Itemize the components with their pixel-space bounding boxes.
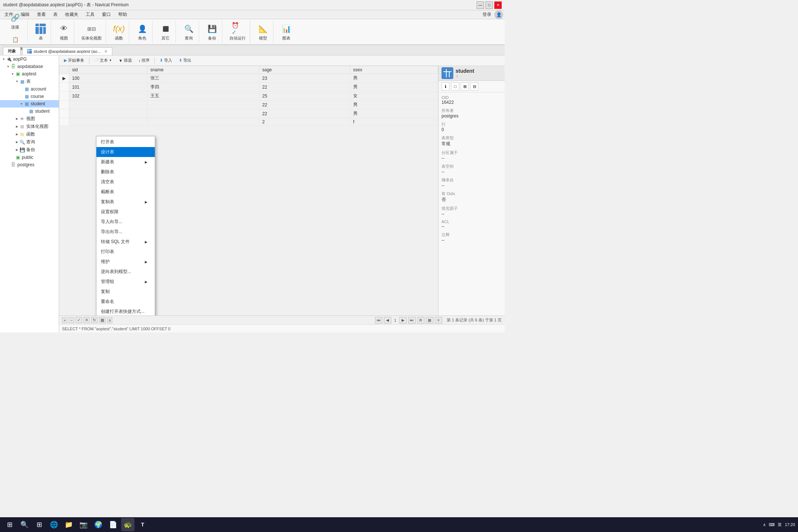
menu-tools[interactable]: 工具	[83, 11, 98, 18]
sidebar-item-views[interactable]: ▶ 👁 视图	[0, 115, 59, 123]
grid-type-btn1[interactable]: ▦	[426, 317, 433, 324]
sidebar-item-tables-folder[interactable]: ▼ ▦ 表	[0, 78, 59, 85]
refresh-btn[interactable]: ↻	[91, 317, 98, 323]
ctx-design-table[interactable]: 设计表	[96, 147, 155, 157]
role-btn[interactable]: 👤 角色	[134, 22, 150, 42]
ctx-reverse-model[interactable]: 逆向表到模型...	[96, 267, 155, 277]
connect-btn[interactable]: 🔗 连接	[7, 11, 23, 31]
cell-sname-1[interactable]: 张三	[147, 74, 259, 83]
info-icon-btn[interactable]: ℹ	[441, 82, 450, 91]
sort-btn[interactable]: ↕ 排序	[136, 57, 153, 64]
table-row[interactable]: 101 李四 22 男	[59, 83, 438, 92]
cell-sname-2[interactable]: 李四	[147, 83, 259, 92]
ctx-create-shortcut[interactable]: 创建打开表快捷方式...	[96, 307, 155, 316]
cell-sid-3[interactable]: 102	[69, 92, 147, 100]
sidebar-item-postgres[interactable]: ▶ 🗄 postgres	[0, 161, 59, 168]
ctx-manage-group[interactable]: 管理组 ▶	[96, 277, 155, 287]
table-row[interactable]: 102 王五 25 女	[59, 92, 438, 100]
delete-row-btn[interactable]: −	[69, 317, 74, 323]
tab-query[interactable]: student @aopdatabase.aoptest (ao... ✕	[22, 47, 112, 55]
user-avatar[interactable]: 👤	[494, 10, 503, 19]
filter-btn[interactable]: ▼ 筛选	[116, 57, 134, 64]
form-view-btn[interactable]: ≡	[107, 317, 112, 323]
table-row[interactable]: 2 f	[59, 118, 438, 126]
col-sage[interactable]: sage	[259, 66, 350, 74]
table-row[interactable]: ▶ 100 张三 23 男	[59, 74, 438, 83]
func-btn[interactable]: f(x) 函数	[111, 22, 127, 42]
first-record-btn[interactable]: ⏮	[375, 317, 382, 324]
sidebar-item-account[interactable]: ▶ ▦ account	[0, 85, 59, 93]
cell-ssex-3[interactable]: 女	[350, 92, 438, 100]
split-h-icon-btn[interactable]: ⊞	[461, 82, 469, 91]
login-btn[interactable]: 登录	[482, 11, 491, 18]
ctx-truncate-table[interactable]: 截断表	[96, 187, 155, 197]
col-sname[interactable]: sname	[147, 66, 259, 74]
ctx-delete-table[interactable]: 删除表	[96, 167, 155, 177]
sidebar-item-student-sub[interactable]: ▶ ▦ student	[0, 108, 59, 115]
menu-view[interactable]: 查看	[34, 11, 49, 18]
cell-sid-6[interactable]	[69, 118, 147, 126]
sidebar-item-aopdatabase[interactable]: ▼ 🗄 aopdatabase	[0, 63, 59, 70]
cell-sid-2[interactable]: 101	[69, 83, 147, 92]
sidebar-item-matviews[interactable]: ▶ ⊞ 实体化视图	[0, 123, 59, 130]
ctx-dump-sql[interactable]: 转储 SQL 文件 ▶	[96, 237, 155, 247]
cell-sid-1[interactable]: 100	[69, 74, 147, 83]
col-sid[interactable]: sid	[69, 66, 147, 74]
ctx-import-wizard[interactable]: 导入向导...	[96, 217, 155, 227]
cell-sid-4[interactable]	[69, 100, 147, 109]
sidebar-item-funcs[interactable]: ▶ fx 函数	[0, 130, 59, 138]
cell-sname-4[interactable]	[147, 100, 259, 109]
sidebar-item-course[interactable]: ▶ ▦ course	[0, 93, 59, 100]
close-btn[interactable]: ✕	[494, 1, 502, 9]
menu-favorites[interactable]: 收藏夹	[62, 11, 81, 18]
ctx-export-wizard[interactable]: 导出向导...	[96, 227, 155, 237]
cell-sage-4[interactable]: 22	[259, 100, 350, 109]
split-v-icon-btn[interactable]: ⊟	[470, 82, 478, 91]
save-row-btn[interactable]: ✓	[76, 317, 82, 323]
maximize-btn[interactable]: □	[485, 1, 493, 9]
discard-row-btn[interactable]: ✕	[83, 317, 90, 323]
prev-record-btn[interactable]: ◀	[384, 317, 391, 324]
cell-sname-6[interactable]	[147, 118, 259, 126]
ctx-copy-table[interactable]: 复制表 ▶	[96, 197, 155, 207]
ctx-maintain[interactable]: 维护 ▶	[96, 257, 155, 267]
sidebar-item-quries[interactable]: ▶ 🔍 查询	[0, 138, 59, 146]
cell-sage-5[interactable]: 22	[259, 109, 350, 118]
grid-type-btn2[interactable]: ≡	[435, 317, 442, 324]
sidebar-item-aoptest[interactable]: ▼ ▣ aoptest	[0, 70, 59, 78]
cell-sname-5[interactable]	[147, 109, 259, 118]
tab-object[interactable]: 对象	[3, 47, 21, 55]
cell-ssex-2[interactable]: 男	[350, 83, 438, 92]
cell-ssex-4[interactable]: 男	[350, 100, 438, 109]
export-btn[interactable]: ⬆ 导出	[176, 57, 194, 64]
expand-icon-btn[interactable]: □	[451, 82, 459, 91]
menu-help[interactable]: 帮助	[115, 11, 130, 18]
chart-btn[interactable]: 📊 图表	[279, 22, 294, 42]
scheduler-btn[interactable]: ⏰✓ 自动运行	[228, 22, 248, 42]
menu-window[interactable]: 窗口	[99, 11, 114, 18]
grid-view-btn[interactable]: ▦	[99, 317, 106, 323]
next-record-btn[interactable]: ▶	[399, 317, 407, 324]
cell-sname-3[interactable]: 王五	[147, 92, 259, 100]
query-btn[interactable]: 🔍 查询	[181, 22, 197, 42]
cell-sage-3[interactable]: 25	[259, 92, 350, 100]
backup-btn[interactable]: 💾 备份	[204, 22, 220, 42]
table-row[interactable]: 22 男	[59, 100, 438, 109]
add-row-btn[interactable]: +	[62, 317, 67, 323]
cell-ssex-6[interactable]: f	[350, 118, 438, 126]
close-tab-icon[interactable]: ✕	[104, 49, 108, 54]
ctx-new-table[interactable]: 新建表 ▶	[96, 157, 155, 167]
model-btn[interactable]: 📐 模型	[255, 22, 271, 42]
import-btn[interactable]: ⬇ 导入	[157, 57, 175, 64]
cell-sage-1[interactable]: 23	[259, 74, 350, 83]
menu-table[interactable]: 表	[50, 11, 61, 18]
mat-view-btn[interactable]: ⊞⊟ 实体化视图	[79, 22, 103, 42]
sidebar-item-aopPG[interactable]: ▼ 🔌 aopPG	[0, 55, 59, 63]
minimize-btn[interactable]: —	[477, 1, 484, 9]
last-record-btn[interactable]: ⏭	[408, 317, 416, 324]
table-row[interactable]: 22 男	[59, 109, 438, 118]
window-controls[interactable]: — □ ✕	[477, 1, 502, 9]
view-btn[interactable]: 👁 视图	[56, 22, 72, 42]
sidebar-item-student-table[interactable]: ▼ ▦ student	[0, 100, 59, 108]
cell-ssex-1[interactable]: 男	[350, 74, 438, 83]
